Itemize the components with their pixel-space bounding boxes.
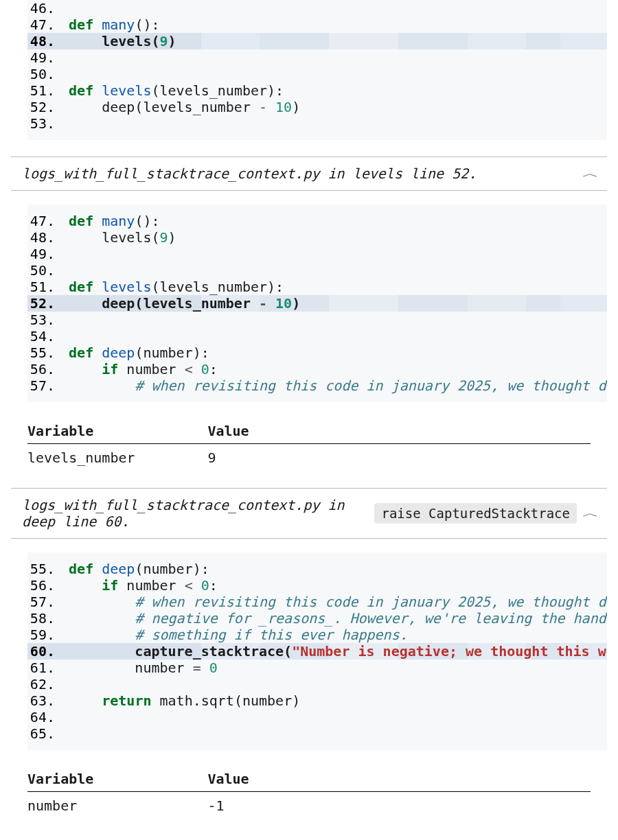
line-code — [60, 312, 607, 328]
line-number: 55 — [27, 561, 60, 577]
col-value: Value — [207, 767, 591, 792]
code-line: 62 — [27, 676, 607, 692]
line-code: if number < 0: — [60, 361, 607, 377]
line-code — [60, 246, 607, 262]
line-number: 61 — [27, 660, 60, 676]
code-line: 50 — [27, 262, 607, 279]
chevron-up-icon[interactable]: ︿ — [582, 506, 599, 520]
code-line: 54 — [27, 328, 607, 345]
code-line: 61 number = 0 — [27, 660, 607, 676]
line-code: if number < 0: — [60, 577, 607, 594]
var-value: 9 — [207, 444, 591, 469]
line-number: 51 — [27, 279, 60, 295]
frame-line: 52 — [452, 165, 468, 182]
code-line: 50 — [27, 66, 607, 82]
line-number: 56 — [27, 577, 60, 594]
line-number: 48 — [27, 229, 60, 246]
line-number: 52 — [27, 295, 60, 312]
line-code: def deep(number): — [60, 345, 607, 361]
frame-title: logs_with_full_stacktrace_context.py in … — [22, 165, 585, 182]
frame-line: 60 — [104, 513, 121, 530]
line-code: deep(levels_number - 10) — [60, 295, 607, 312]
line-number: 51 — [27, 82, 60, 99]
table-header-row: VariableValue — [27, 767, 591, 792]
code-line: 49 — [27, 49, 607, 66]
code-line: 53 — [27, 312, 607, 328]
line-number: 63 — [27, 692, 60, 709]
line-code — [60, 49, 607, 66]
line-number: 52 — [27, 99, 60, 115]
line-code: def many(): — [60, 16, 607, 33]
line-number: 56 — [27, 361, 60, 377]
line-number: 48 — [27, 33, 60, 49]
variables-table: VariableValuenumber-1 — [27, 767, 591, 817]
frame-func: levels — [353, 165, 402, 182]
line-code: # when revisiting this code in january 2… — [60, 594, 607, 610]
line-code — [60, 328, 607, 345]
line-number: 55 — [27, 345, 60, 361]
code-line: 57 # when revisiting this code in januar… — [27, 377, 607, 394]
line-code — [60, 66, 607, 82]
var-value: -1 — [207, 792, 591, 817]
line-code — [60, 0, 607, 16]
line-word: line — [411, 165, 444, 182]
var-name: levels_number — [27, 444, 207, 469]
line-code: number = 0 — [60, 660, 607, 676]
line-code: # something if this ever happens. — [60, 627, 607, 643]
line-code: # negative for _reasons_. However, we're… — [60, 610, 607, 627]
code-line: 58 # negative for _reasons_. However, we… — [27, 610, 607, 627]
line-number: 46 — [27, 0, 60, 16]
line-number: 49 — [27, 246, 60, 262]
line-code — [60, 115, 607, 132]
line-number: 58 — [27, 610, 60, 627]
line-number: 53 — [27, 115, 60, 132]
code-line: 55 def deep(number): — [27, 561, 607, 577]
variables-table: VariableValuelevels_number9 — [27, 419, 591, 469]
code-line: 51 def levels(levels_number): — [27, 279, 607, 295]
code-line: 53 — [27, 115, 607, 132]
code-line: 59 # something if this ever happens. — [27, 627, 607, 643]
frame-header[interactable]: logs_with_full_stacktrace_context.py in … — [11, 156, 607, 191]
frame-func: deep — [22, 513, 55, 530]
col-variable: Variable — [27, 419, 207, 444]
col-value: Value — [207, 419, 591, 444]
line-code: capture_stacktrace("Number is negative; … — [60, 643, 607, 660]
line-code — [60, 676, 607, 692]
line-code — [60, 262, 607, 279]
code-line: 49 — [27, 246, 607, 262]
var-name: number — [27, 792, 207, 817]
frame-file: logs_with_full_stacktrace_context.py — [22, 165, 319, 182]
code-block: 55 def deep(number):56 if number < 0:57 … — [27, 552, 607, 750]
frame-header[interactable]: logs_with_full_stacktrace_context.py in … — [11, 488, 607, 539]
line-number: 47 — [27, 16, 60, 33]
code-line: 47 def many(): — [27, 16, 607, 33]
line-code: return math.sqrt(number) — [60, 692, 607, 709]
line-code: def many(): — [60, 213, 607, 229]
line-code: def levels(levels_number): — [60, 279, 607, 295]
code-line: 47 def many(): — [27, 213, 607, 229]
code-block: 46 47 def many():48 levels(9)49 50 51 de… — [27, 0, 607, 140]
line-code: levels(9) — [60, 229, 607, 246]
code-line: 52 deep(levels_number - 10) — [27, 295, 607, 312]
table-row: number-1 — [27, 792, 591, 817]
code-line: 60 capture_stacktrace("Number is negativ… — [27, 643, 607, 660]
line-number: 64 — [27, 709, 60, 725]
line-number: 57 — [27, 377, 60, 394]
line-number: 53 — [27, 312, 60, 328]
line-number: 62 — [27, 676, 60, 692]
code-line: 51 def levels(levels_number): — [27, 82, 607, 99]
line-number: 59 — [27, 627, 60, 643]
dot: . — [122, 513, 130, 530]
code-line: 64 — [27, 709, 607, 725]
line-code: levels(9) — [60, 33, 607, 49]
col-variable: Variable — [27, 767, 207, 792]
line-code: deep(levels_number - 10) — [60, 99, 607, 115]
code-line: 56 if number < 0: — [27, 361, 607, 377]
chevron-up-icon[interactable]: ︿ — [582, 167, 599, 180]
line-number: 49 — [27, 49, 60, 66]
code-block: 47 def many():48 levels(9)49 50 51 def l… — [27, 205, 607, 402]
code-line: 46 — [27, 0, 607, 16]
line-number: 65 — [27, 725, 60, 742]
code-line: 48 levels(9) — [27, 33, 607, 49]
line-number: 57 — [27, 594, 60, 610]
